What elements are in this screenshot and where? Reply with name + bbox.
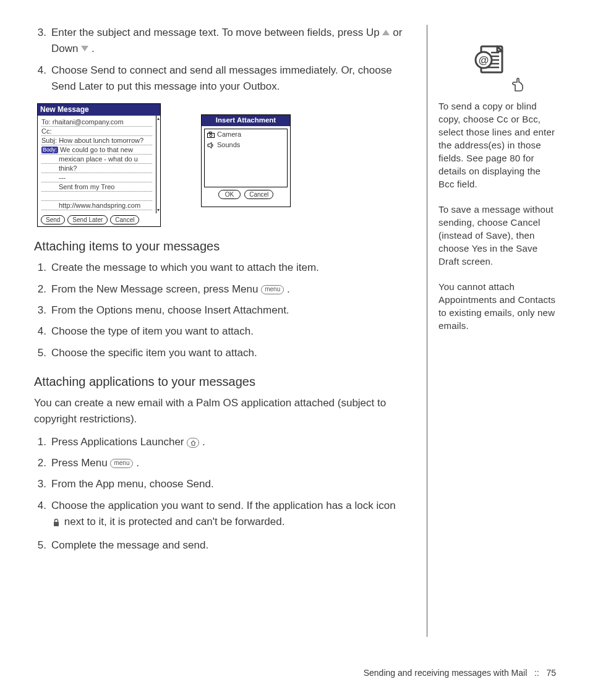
section-heading: Attaching applications to your messages (34, 375, 408, 389)
main-column: 3. Enter the subject and message text. T… (0, 25, 427, 637)
list-number: 3. (34, 476, 51, 492)
intro-text: You can create a new email with a Palm O… (34, 395, 408, 428)
list-number: 4. (34, 498, 51, 532)
step-4: 4. Choose Send to connect and send all m… (34, 62, 408, 95)
svg-rect-1 (209, 132, 212, 134)
svg-marker-3 (208, 142, 212, 148)
cancel-button[interactable]: Cancel (244, 190, 273, 199)
apps-step-5: 5. Complete the message and send. (34, 537, 408, 553)
apps-step-2: 2. Press Menu menu . (34, 455, 408, 471)
sound-icon (207, 142, 215, 148)
step-text: From the Options menu, choose Insert Att… (51, 302, 408, 318)
apps-step-4: 4. Choose the application you want to se… (34, 498, 408, 532)
svg-text:@: @ (479, 54, 489, 66)
screenshots-container: New Message To: rhaitani@company.com Cc:… (37, 103, 408, 227)
attach-step-4: 4. Choose the type of item you want to a… (34, 323, 408, 339)
footer-separator: :: (534, 668, 539, 678)
attach-step-5: 5. Choose the specific item you want to … (34, 345, 408, 361)
attach-step-2: 2. From the New Message screen, press Me… (34, 281, 408, 297)
dash-line: --- (41, 173, 152, 182)
menu-button-icon: menu (261, 285, 284, 294)
step-text: From the App menu, choose Send. (51, 476, 408, 492)
dialog-buttons: OK Cancel (202, 190, 290, 202)
step-text: Choose Send to connect and send all mess… (51, 62, 408, 95)
svg-point-2 (210, 134, 212, 137)
step-text: Choose the type of item you want to atta… (51, 323, 408, 339)
step-text: Press Menu (51, 457, 110, 469)
subj-value: How about lunch tomorrow? (59, 137, 143, 144)
list-number: 4. (34, 62, 51, 95)
page: 3. Enter the subject and message text. T… (0, 0, 590, 637)
camera-icon (207, 132, 215, 138)
screenshot-new-message: New Message To: rhaitani@company.com Cc:… (37, 103, 161, 227)
apps-step-1: 1. Press Applications Launcher . (34, 434, 408, 450)
send-later-button[interactable]: Send Later (67, 215, 108, 224)
attach-step-1: 1. Create the message to which you want … (34, 260, 408, 276)
step-text: Create the message to which you want to … (51, 260, 408, 276)
body-tag: Body: (41, 147, 58, 153)
button-bar: Send Send Later Cancel (38, 213, 160, 226)
step-text: From the New Message screen, press Menu (51, 283, 261, 295)
list-number: 5. (34, 537, 51, 553)
pointing-hand-icon (511, 77, 524, 92)
step-text: next to it, it is protected and can't be… (64, 516, 285, 527)
list-number: 5. (34, 345, 51, 361)
page-number: 75 (546, 668, 556, 678)
list-number: 4. (34, 323, 51, 339)
tip-text: To send a copy or blind copy, choose Cc … (438, 100, 557, 190)
step-text: Choose the application you want to send.… (51, 500, 396, 511)
tip-text: To save a message without sending, choos… (438, 203, 557, 268)
url-line: http://www.handspring.com (41, 201, 152, 210)
svg-rect-4 (54, 522, 59, 526)
signature-line: Sent from my Treo (41, 182, 152, 192)
step-text: . (136, 457, 139, 469)
attachment-list: Camera Sounds (204, 129, 288, 187)
tip-text: You cannot attach Appointments and Conta… (438, 280, 557, 332)
body-line: think? (41, 164, 152, 173)
body-line: mexican place - what do u (41, 155, 152, 164)
step-text: . (202, 436, 205, 448)
down-triangle-icon (81, 46, 88, 51)
step-text: Enter the subject and message text. To m… (51, 27, 382, 38)
scrollbar[interactable]: ▴ ▾ (156, 116, 160, 213)
section-heading: Attaching items to your messages (34, 239, 408, 254)
step-text: Choose the specific item you want to att… (51, 345, 408, 361)
applications-launcher-icon (187, 438, 199, 448)
menu-button-icon: menu (110, 459, 133, 468)
attach-step-3: 3. From the Options menu, choose Insert … (34, 302, 408, 318)
lock-icon (51, 516, 61, 532)
screenshot-insert-attachment: Insert Attachment Camera Sounds OK Cance… (201, 114, 291, 207)
list-number: 3. (34, 25, 51, 58)
footer-chapter: Sending and receiving messages with Mail (364, 668, 528, 678)
step-text: . (287, 283, 290, 295)
list-number: 2. (34, 455, 51, 471)
list-item[interactable]: Sounds (205, 140, 287, 150)
body-line: We could go to that new (60, 146, 133, 153)
step-text: . (92, 43, 95, 54)
ok-button[interactable]: OK (218, 190, 241, 199)
list-item-label: Camera (217, 130, 241, 139)
subj-label: Subj: (41, 137, 57, 144)
send-button[interactable]: Send (41, 215, 65, 224)
up-triangle-icon (382, 30, 390, 35)
screenshot-title: New Message (38, 104, 160, 115)
apps-step-3: 3. From the App menu, choose Send. (34, 476, 408, 492)
dialog-title: Insert Attachment (202, 115, 290, 126)
screenshot-body: To: rhaitani@company.com Cc: Subj: How a… (38, 116, 156, 213)
sidebar: @ To send a copy or blind copy, choose C… (427, 25, 557, 637)
list-number: 2. (34, 281, 51, 297)
email-document-icon: @ (472, 41, 508, 77)
list-item[interactable]: Camera (205, 129, 287, 140)
list-item-label: Sounds (217, 141, 240, 149)
to-value: rhaitani@company.com (53, 118, 124, 126)
cancel-button[interactable]: Cancel (110, 215, 139, 224)
list-number: 3. (34, 302, 51, 318)
step-text: Press Applications Launcher (51, 436, 187, 448)
cc-label: Cc: (41, 127, 52, 135)
list-number: 1. (34, 260, 51, 276)
to-label: To: (41, 118, 51, 126)
step-3: 3. Enter the subject and message text. T… (34, 25, 408, 58)
step-text: Complete the message and send. (51, 537, 408, 553)
list-number: 1. (34, 434, 51, 450)
footer: Sending and receiving messages with Mail… (364, 668, 556, 678)
